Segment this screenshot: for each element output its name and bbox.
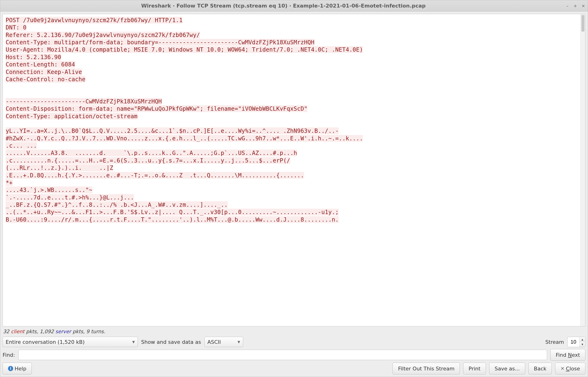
info-icon: i [8, 366, 13, 371]
find-label: Find: [3, 352, 15, 358]
close-icon: ✕ [560, 366, 565, 371]
show-data-as-label: Show and save data as [141, 339, 201, 345]
conversation-combo[interactable]: Entire conversation (1,520 kB) ▼ [3, 337, 138, 347]
save-as-button[interactable]: Save as... [489, 363, 525, 374]
content: POST /7u0e9j2avwlvnuynyo/szcm27k/fzb067w… [0, 12, 588, 377]
pkts-label-1: pkts, [24, 329, 40, 334]
stream-input[interactable] [567, 337, 579, 347]
find-next-button[interactable]: Find Next [550, 349, 585, 361]
chevron-down-icon: ▼ [132, 340, 135, 344]
client-label: client [9, 329, 24, 334]
stream-spin[interactable]: ▲ ▼ [567, 337, 585, 347]
help-button[interactable]: i Help [3, 363, 32, 374]
data-as-combo[interactable]: ASCII ▼ [204, 337, 243, 347]
help-label: Help [15, 366, 26, 372]
data-as-value: ASCII [207, 339, 221, 345]
server-pkts-count: 1,092 [40, 329, 54, 334]
save-as-label: Save as... [495, 366, 520, 372]
client-pkts-count: 32 [3, 329, 9, 334]
stats-line: 32 client pkts, 1,092 server pkts, 9 tur… [3, 328, 585, 335]
row-find: Find: Find Next [3, 349, 585, 361]
filter-out-label: Filter Out This Stream [398, 366, 455, 372]
print-button[interactable]: Print [463, 363, 486, 374]
close-label: Close [566, 366, 580, 372]
chevron-down-icon: ▼ [238, 340, 240, 344]
titlebar: Wireshark · Follow TCP Stream (tcp.strea… [0, 0, 588, 12]
scrollbar[interactable] [580, 14, 585, 326]
turns-label: turns. [89, 329, 105, 334]
back-label: Back [534, 366, 546, 372]
stream-down-button[interactable]: ▼ [579, 342, 585, 347]
minimize-button[interactable]: – [565, 3, 570, 9]
find-input[interactable] [18, 350, 547, 360]
window-controls: – + × [565, 3, 586, 9]
row-conversation: Entire conversation (1,520 kB) ▼ Show an… [3, 337, 585, 347]
turns-count: 9 [86, 329, 89, 334]
pkts-label-2: pkts, [71, 329, 86, 334]
window-title: Wireshark · Follow TCP Stream (tcp.strea… [2, 3, 565, 9]
server-label: server [54, 329, 71, 334]
close-window-button[interactable]: × [581, 3, 586, 9]
conversation-value: Entire conversation (1,520 kB) [6, 339, 85, 345]
back-button[interactable]: Back [529, 363, 552, 374]
close-button[interactable]: ✕ Close [555, 363, 585, 374]
scrollbar-thumb[interactable] [581, 15, 585, 32]
find-next-label: Find Next [556, 352, 580, 358]
filter-out-button[interactable]: Filter Out This Stream [393, 363, 460, 374]
stream-box: POST /7u0e9j2avwlvnuynyo/szcm27k/fzb067w… [3, 14, 585, 326]
stream-label: Stream [545, 339, 564, 345]
window: Wireshark · Follow TCP Stream (tcp.strea… [0, 0, 588, 377]
stream-text[interactable]: POST /7u0e9j2avwlvnuynyo/szcm27k/fzb067w… [3, 14, 580, 326]
maximize-button[interactable]: + [573, 3, 578, 9]
stream-up-button[interactable]: ▲ [579, 337, 585, 342]
print-label: Print [468, 366, 480, 372]
row-buttons: i Help Filter Out This Stream Print Save… [3, 363, 585, 374]
